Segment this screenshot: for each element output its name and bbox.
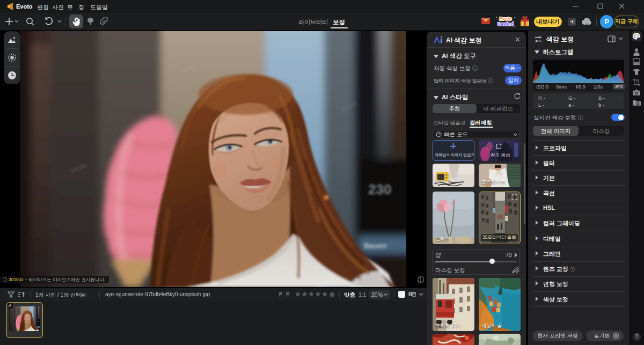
svg-text:R: R xyxy=(408,291,413,297)
svg-text:Rewind: Rewind xyxy=(497,21,514,27)
svg-text:Evoto: Evoto xyxy=(499,16,512,21)
svg-text:A: A xyxy=(413,292,416,297)
